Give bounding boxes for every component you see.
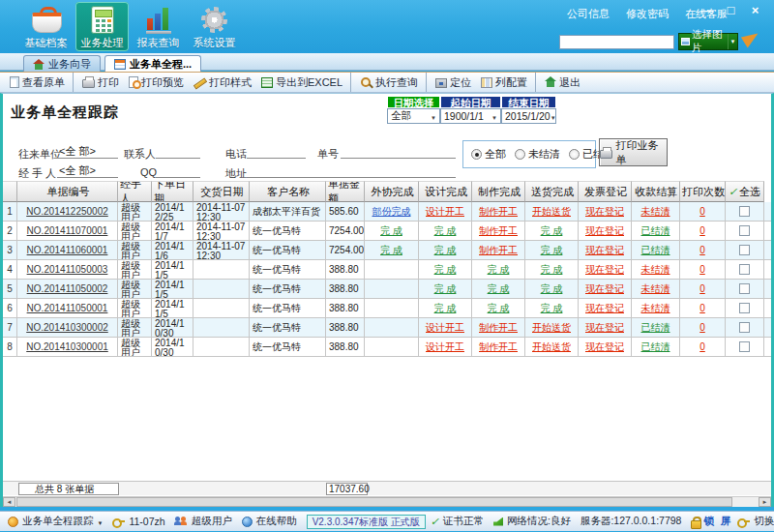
contact-field[interactable] (156, 144, 200, 159)
scroll-right-arrow[interactable]: ► (759, 497, 771, 507)
delivery-status-link[interactable]: 完 成 (525, 260, 579, 279)
invoice-status-link[interactable]: 现在登记 (579, 241, 632, 259)
column-header[interactable]: 打印次数 (680, 181, 726, 202)
make-status-link[interactable]: 制作开工 (472, 241, 525, 259)
scroll-left-arrow[interactable]: ◄ (3, 497, 15, 507)
design-status-link[interactable]: 设计开工 (419, 318, 472, 337)
delivery-status-link[interactable]: 开始送货 (525, 338, 579, 356)
column-header[interactable]: 设计完成 (419, 181, 472, 202)
execute-query-button[interactable]: 执行查询 (350, 73, 423, 92)
column-header[interactable]: 客户名称 (250, 181, 326, 202)
table-row[interactable]: 8 NO.201410300001 超级用户 2014/10/30 统一优马特 … (3, 338, 771, 357)
order-number-link[interactable]: NO.201411050002 (17, 280, 118, 298)
radio-all[interactable]: 全部 (471, 147, 506, 162)
column-header[interactable]: 外协完成 (365, 181, 419, 202)
delivery-status-link[interactable]: 完 成 (525, 241, 579, 259)
delivery-status-link[interactable]: 完 成 (525, 222, 579, 240)
print-button[interactable]: 打印 (73, 73, 124, 92)
payment-status-link[interactable]: 未结清 (632, 280, 680, 298)
outsource-status-link[interactable] (365, 260, 419, 279)
outsource-status-link[interactable]: 部份完成 (365, 202, 419, 221)
lock-screen-button[interactable]: 锁 屏 (691, 515, 732, 528)
print-count-link[interactable]: 0 (680, 280, 726, 298)
design-status-link[interactable]: 设计开工 (419, 202, 472, 221)
column-header[interactable]: 下单日期 (152, 181, 194, 202)
outsource-status-link[interactable] (365, 338, 419, 356)
client-field[interactable]: <全 部> (57, 144, 118, 159)
row-checkbox[interactable] (739, 341, 750, 352)
payment-status-link[interactable]: 未结清 (632, 260, 680, 279)
invoice-status-link[interactable]: 现在登记 (579, 280, 632, 298)
row-checkbox[interactable] (739, 283, 750, 294)
design-status-link[interactable]: 设计开工 (419, 338, 472, 356)
order-number-link[interactable]: NO.201410300001 (17, 338, 118, 356)
table-row[interactable]: 5 NO.201411050002 超级用户 2014/11/5 统一优马特 3… (3, 280, 771, 299)
make-status-link[interactable]: 完 成 (472, 280, 525, 298)
close-button[interactable]: × (747, 3, 763, 18)
nav-report-query[interactable]: 报表查询 (132, 2, 185, 51)
row-checkbox[interactable] (739, 225, 750, 236)
make-status-link[interactable]: 完 成 (472, 299, 525, 317)
statusbar-report-selector[interactable]: 业务单全程跟踪 (8, 515, 103, 528)
column-header[interactable] (3, 181, 17, 202)
locate-button[interactable]: 定位 (426, 73, 476, 92)
order-no-field[interactable] (341, 144, 456, 159)
design-status-link[interactable]: 完 成 (419, 260, 472, 279)
chevron-down-icon[interactable] (728, 34, 737, 49)
row-checkbox[interactable] (739, 206, 750, 217)
row-checkbox[interactable] (739, 264, 750, 275)
order-number-link[interactable]: NO.201412250002 (17, 202, 118, 221)
view-original-button[interactable]: 查看原单 (5, 73, 70, 92)
design-status-link[interactable]: 完 成 (419, 280, 472, 298)
change-password-link[interactable]: 修改密码 (626, 7, 669, 21)
outsource-status-link[interactable] (365, 280, 419, 298)
date-mode-select[interactable]: 全部 (387, 108, 440, 124)
payment-status-link[interactable]: 已结清 (632, 338, 680, 356)
column-header[interactable]: 经手人 (118, 181, 152, 202)
switch-user-button[interactable]: 切换用户 (737, 515, 774, 528)
make-status-link[interactable]: 完 成 (472, 260, 525, 279)
column-header[interactable]: 交货日期 (194, 181, 250, 202)
order-number-link[interactable]: NO.201411050001 (17, 299, 118, 317)
print-order-button[interactable]: 打印业务单 (599, 138, 668, 166)
address-field[interactable] (247, 163, 456, 178)
start-date-select[interactable]: 1900/1/1 (440, 108, 501, 124)
design-status-link[interactable]: 完 成 (419, 299, 472, 317)
image-search-input[interactable] (559, 35, 674, 49)
print-count-link[interactable]: 0 (680, 318, 726, 337)
make-status-link[interactable]: 制作开工 (472, 318, 525, 337)
invoice-status-link[interactable]: 现在登记 (579, 222, 632, 240)
print-count-link[interactable]: 0 (680, 338, 726, 356)
table-row[interactable]: 1 NO.201412250002 超级用户 2014/12/25 2014-1… (3, 202, 771, 222)
print-preview-button[interactable]: 打印预览 (124, 73, 189, 92)
order-number-link[interactable]: NO.201411050003 (17, 260, 118, 279)
payment-status-link[interactable]: 已结清 (632, 318, 680, 337)
invoice-status-link[interactable]: 现在登记 (579, 338, 632, 356)
delivery-status-link[interactable]: 完 成 (525, 299, 579, 317)
table-row[interactable]: 4 NO.201411050003 超级用户 2014/11/5 统一优马特 3… (3, 260, 771, 280)
outsource-status-link[interactable] (365, 318, 419, 337)
nav-business-processing[interactable]: 业务处理 (75, 2, 129, 51)
select-image-button[interactable]: 选择图片 (678, 33, 738, 50)
radio-unsettled[interactable]: 未结清 (515, 147, 560, 162)
payment-status-link[interactable]: 已结清 (632, 222, 680, 240)
column-header[interactable]: 全选 (726, 181, 764, 202)
print-count-link[interactable]: 0 (680, 260, 726, 279)
order-number-link[interactable]: NO.201411060001 (17, 241, 118, 259)
nav-basic-archives[interactable]: 基础档案 (19, 2, 73, 51)
column-config-button[interactable]: 列配置 (476, 73, 532, 92)
statusbar-account[interactable]: 11-07zh (112, 516, 164, 527)
delivery-status-link[interactable]: 完 成 (525, 280, 579, 298)
make-status-link[interactable]: 制作开工 (472, 202, 525, 221)
payment-status-link[interactable]: 未结清 (632, 299, 680, 317)
handler-field[interactable]: <全 部> (57, 163, 118, 178)
outsource-status-link[interactable]: 完 成 (365, 241, 419, 259)
payment-status-link[interactable]: 未结清 (632, 202, 680, 221)
column-header[interactable]: 送货完成 (525, 181, 579, 202)
company-info-link[interactable]: 公司信息 (567, 7, 610, 21)
delivery-status-link[interactable]: 开始送货 (525, 318, 579, 337)
table-row[interactable]: 6 NO.201411050001 超级用户 2014/11/5 统一优马特 3… (3, 299, 771, 318)
statusbar-user[interactable]: 超级用户 (175, 515, 232, 528)
tab-order-tracking[interactable]: 业务单全程... (104, 55, 201, 72)
print-count-link[interactable]: 0 (680, 222, 726, 240)
